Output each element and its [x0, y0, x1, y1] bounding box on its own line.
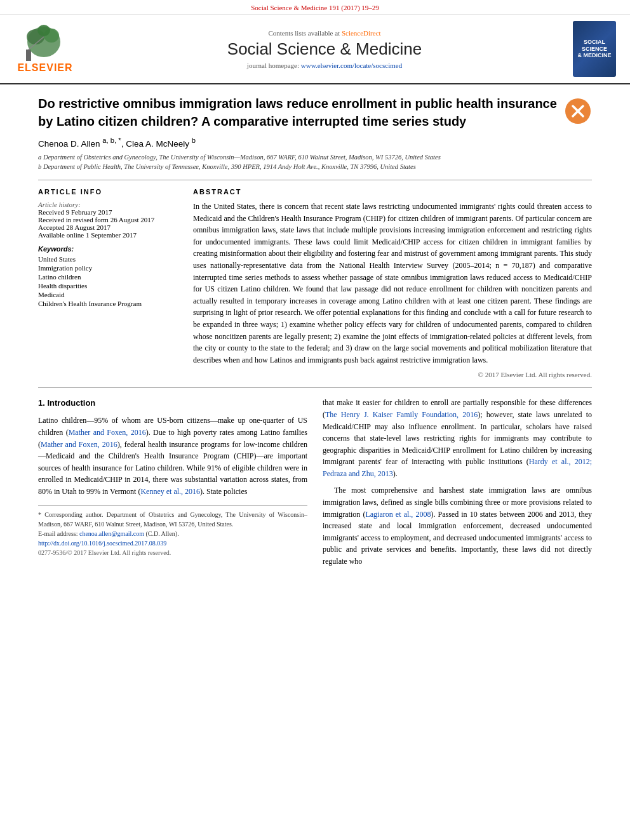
body-content: 1. Introduction Latino children—95% of w… — [38, 397, 592, 572]
section-divider — [38, 387, 592, 388]
keyword-6: Children's Health Insurance Program — [38, 300, 178, 307]
article-info-abstract-row: ARTICLE INFO Article history: Received 9… — [38, 180, 592, 378]
crossmark-icon — [564, 97, 592, 125]
journal-title: Social Science & Medicine — [86, 39, 563, 59]
body-para-1: Latino children—95% of whom are US-born … — [38, 415, 307, 497]
elsevier-label: ELSEVIER — [17, 62, 72, 74]
elsevier-tree-icon — [20, 24, 70, 62]
authors-line: Chenoa D. Allen a, b, *, Clea A. McNeely… — [38, 137, 592, 149]
keywords-section: Keywords: United States Immigration poli… — [38, 245, 178, 307]
keywords-label: Keywords: — [38, 245, 178, 253]
article-title: Do restrictive omnibus immigration laws … — [38, 95, 558, 130]
available-online-date: Available online 1 September 2017 — [38, 231, 178, 239]
keyword-2: Immigration policy — [38, 264, 178, 272]
keyword-4: Health disparities — [38, 282, 178, 290]
body-para-right-2: The most comprehensive and harshest stat… — [323, 484, 592, 567]
affiliation-a: a Department of Obstetrics and Gynecolog… — [38, 152, 592, 163]
issn-line: 0277-9536/© 2017 Elsevier Ltd. All right… — [38, 548, 307, 557]
email-label: E-mail address: — [38, 530, 79, 537]
svg-rect-0 — [26, 50, 31, 61]
abstract-section: ABSTRACT In the United States, there is … — [193, 188, 592, 378]
journal-header: ELSEVIER Contents lists available at Sci… — [0, 15, 630, 84]
keywords-list: United States Immigration policy Latino … — [38, 255, 178, 307]
journal-citation: Social Science & Medicine 191 (2017) 19–… — [251, 4, 379, 11]
svg-point-4 — [37, 25, 50, 36]
body-col-left: 1. Introduction Latino children—95% of w… — [38, 397, 307, 572]
accepted-date: Accepted 28 August 2017 — [38, 223, 178, 231]
abstract-heading: ABSTRACT — [193, 188, 592, 196]
journal-logo-box: SOCIALSCIENCE& MEDICINE — [573, 21, 616, 77]
author-sup-clea: b — [192, 137, 196, 144]
homepage-link[interactable]: www.elsevier.com/locate/socscimed — [301, 62, 402, 69]
author-sup-chen: a, b, * — [102, 137, 121, 144]
ref-mather-foxen-2[interactable]: Mather and Foxen, 2016 — [41, 440, 117, 449]
keyword-1: United States — [38, 255, 178, 263]
affiliations: a Department of Obstetrics and Gynecolog… — [38, 152, 592, 173]
email-note: E-mail address: chenoa.allen@gmail.com (… — [38, 529, 307, 538]
main-content: Do restrictive omnibus immigration laws … — [0, 84, 630, 583]
journal-center: Contents lists available at ScienceDirec… — [80, 29, 569, 69]
elsevier-logo: ELSEVIER — [10, 24, 80, 74]
abstract-text: In the United States, there is concern t… — [193, 201, 592, 366]
copyright-notice: © 2017 Elsevier Ltd. All rights reserved… — [193, 371, 592, 378]
ref-mather-foxen-1[interactable]: Mather and Foxen, 2016 — [69, 428, 146, 437]
ref-lagiaron[interactable]: Lagiaron et al., 2008 — [365, 510, 431, 519]
doi-link[interactable]: http://dx.doi.org/10.1016/j.socscimed.20… — [38, 540, 166, 547]
ref-hardy[interactable]: Hardy et al., 2012; Pedraza and Zhu, 201… — [323, 457, 592, 478]
doi-line: http://dx.doi.org/10.1016/j.socscimed.20… — [38, 538, 307, 548]
author-comma: , Clea A. McNeely — [121, 139, 192, 149]
email-suffix: (C.D. Allen). — [144, 530, 179, 537]
corresponding-author-note: * Corresponding author. Department of Ob… — [38, 510, 307, 529]
received-revised-date: Received in revised form 26 August 2017 — [38, 216, 178, 223]
contents-available-line: Contents lists available at ScienceDirec… — [86, 29, 563, 37]
journal-homepage: journal homepage: www.elsevier.com/locat… — [86, 62, 563, 69]
ref-kenney[interactable]: Kenney et al., 2016 — [140, 487, 200, 496]
keyword-3: Latino children — [38, 273, 178, 281]
affiliation-b: b Department of Public Health, The Unive… — [38, 162, 592, 172]
received-date: Received 9 February 2017 — [38, 208, 178, 216]
article-info-heading: ARTICLE INFO — [38, 188, 178, 196]
journal-logo-right: SOCIALSCIENCE& MEDICINE — [569, 21, 620, 77]
keyword-5: Medicaid — [38, 291, 178, 298]
ref-kaiser[interactable]: The Henry J. Kaiser Family Foundation, 2… — [325, 410, 478, 419]
history-label: Article history: — [38, 201, 178, 208]
sciencedirect-link[interactable]: ScienceDirect — [342, 29, 381, 37]
article-title-section: Do restrictive omnibus immigration laws … — [38, 95, 592, 130]
section1-title: 1. Introduction — [38, 397, 307, 410]
logo-title-line1: SOCIALSCIENCE& MEDICINE — [577, 39, 611, 59]
journal-citation-bar: Social Science & Medicine 191 (2017) 19–… — [0, 0, 630, 15]
article-info-panel: ARTICLE INFO Article history: Received 9… — [38, 188, 178, 378]
body-col-right: that make it easier for children to enro… — [323, 397, 592, 572]
footnotes: * Corresponding author. Department of Ob… — [38, 505, 307, 557]
email-link[interactable]: chenoa.allen@gmail.com — [79, 530, 144, 537]
author-chen: Chenoa D. Allen — [38, 139, 102, 149]
body-para-right-1: that make it easier for children to enro… — [323, 397, 592, 479]
